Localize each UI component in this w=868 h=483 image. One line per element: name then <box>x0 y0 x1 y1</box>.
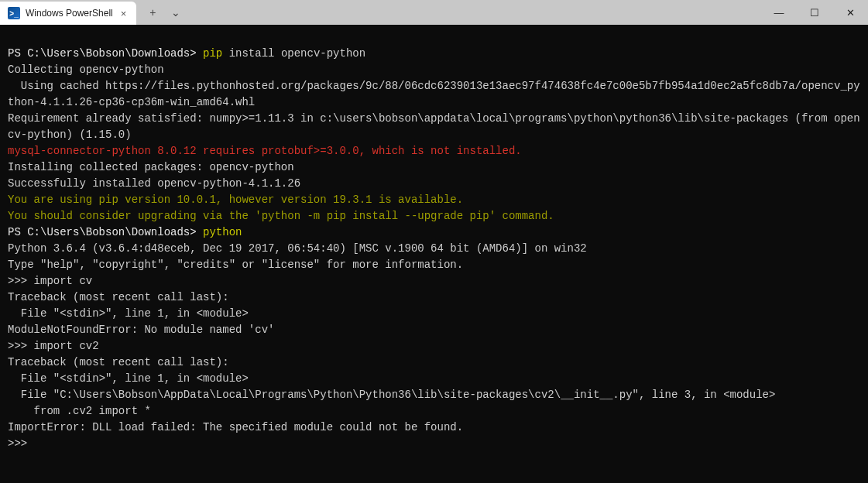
terminal-line: You should consider upgrading via the 'p… <box>8 208 865 224</box>
terminal-line: PS C:\Users\Bobson\Downloads> pip instal… <box>8 46 865 62</box>
terminal-line: >>> import cv <box>8 273 865 289</box>
terminal-line: Requirement already satisfied: numpy>=1.… <box>8 111 865 143</box>
terminal-line: Traceback (most recent call last): <box>8 289 865 306</box>
terminal-line: You are using pip version 10.0.1, howeve… <box>8 192 865 208</box>
terminal-line: Successfully installed opencv-python-4.1… <box>8 176 865 192</box>
terminal-line: ModuleNotFoundError: No module named 'cv… <box>8 322 865 338</box>
terminal-line: >>> <box>8 436 865 452</box>
terminal-line: Traceback (most recent call last): <box>8 355 865 371</box>
terminal-line: Python 3.6.4 (v3.6.4:d48eceb, Dec 19 201… <box>8 241 865 257</box>
tab-powershell[interactable]: >_ Windows PowerShell × <box>0 2 136 25</box>
titlebar-actions: + ⌄ <box>136 0 187 25</box>
terminal-line: ImportError: DLL load failed: The specif… <box>8 420 865 436</box>
terminal-line: Type "help", "copyright", "credits" or "… <box>8 257 865 273</box>
minimize-button[interactable]: — <box>761 0 797 25</box>
terminal-line: File "<stdin>", line 1, in <module> <box>8 371 865 387</box>
new-tab-button[interactable]: + <box>141 1 164 24</box>
terminal-window: >_ Windows PowerShell × + ⌄ — ☐ ✕ PS C:\… <box>0 0 868 483</box>
window-controls: — ☐ ✕ <box>761 0 868 25</box>
tab-title: Windows PowerShell <box>26 8 113 19</box>
terminal-line: Installing collected packages: opencv-py… <box>8 159 865 176</box>
terminal-line: from .cv2 import * <box>8 403 865 420</box>
maximize-button[interactable]: ☐ <box>797 0 832 25</box>
close-tab-button[interactable]: × <box>118 8 129 19</box>
terminal-line: >>> import cv2 <box>8 338 865 355</box>
powershell-icon: >_ <box>8 7 20 19</box>
terminal-output[interactable]: PS C:\Users\Bobson\Downloads> pip instal… <box>0 25 868 483</box>
terminal-line: PS C:\Users\Bobson\Downloads> python <box>8 224 865 241</box>
terminal-line: Using cached https://files.pythonhosted.… <box>8 78 865 111</box>
titlebar: >_ Windows PowerShell × + ⌄ — ☐ ✕ <box>0 0 868 25</box>
terminal-line: Collecting opencv-python <box>8 62 865 78</box>
close-window-button[interactable]: ✕ <box>832 0 868 25</box>
tab-dropdown-button[interactable]: ⌄ <box>164 1 187 24</box>
terminal-line: mysql-connector-python 8.0.12 requires p… <box>8 143 865 159</box>
terminal-line: File "<stdin>", line 1, in <module> <box>8 306 865 322</box>
terminal-line: File "C:\Users\Bobson\AppData\Local\Prog… <box>8 387 865 403</box>
terminal-line <box>8 29 865 46</box>
